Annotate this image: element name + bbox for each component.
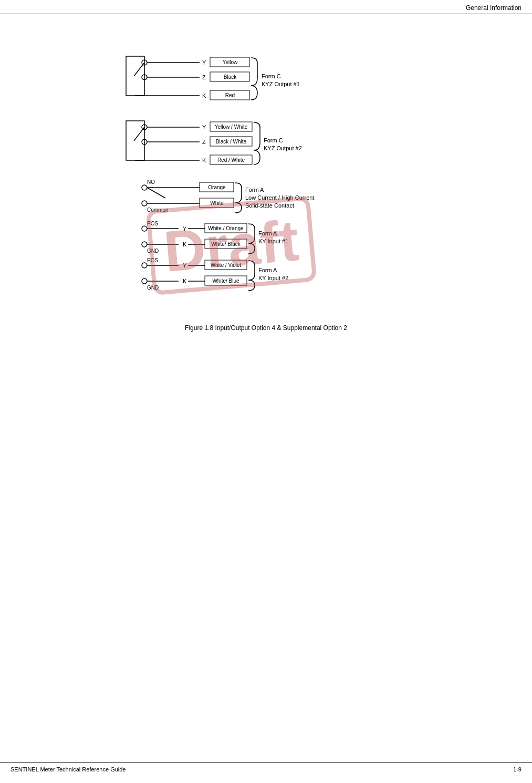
svg-text:GND: GND [147,248,159,254]
svg-text:Red / White: Red / White [217,157,245,163]
svg-text:Form A: Form A [245,187,264,193]
header-title: General Information [466,4,521,12]
svg-text:Black / White: Black / White [216,139,247,145]
svg-text:Orange: Orange [208,184,226,190]
svg-text:KYZ Output #1: KYZ Output #1 [262,81,300,87]
svg-text:Yellow: Yellow [223,59,238,65]
svg-text:POS: POS [147,221,158,226]
svg-point-56 [142,242,147,247]
svg-text:Solid-state Contact: Solid-state Contact [245,202,294,209]
svg-line-41 [147,188,165,198]
svg-text:Z: Z [202,74,206,80]
page-header: General Information [0,0,532,14]
svg-text:POS: POS [147,257,158,263]
svg-text:NO: NO [147,179,155,185]
circuit-diagram: Y Z K Yellow Black Red Form C KYZ Output… [95,35,436,329]
svg-text:KYZ Output #2: KYZ Output #2 [264,145,302,151]
svg-text:K: K [183,278,187,284]
svg-text:Form A: Form A [258,230,277,236]
svg-text:Yellow / White: Yellow / White [215,124,248,130]
svg-text:Low Current / High Current: Low Current / High Current [245,194,314,201]
svg-text:K: K [183,241,187,248]
svg-text:Y: Y [183,262,187,269]
svg-text:Form A: Form A [258,267,277,273]
svg-text:GND: GND [147,285,159,291]
svg-text:Form C: Form C [264,137,283,143]
svg-point-72 [142,279,147,284]
footer-left: SENTINEL Meter Technical Reference Guide [11,766,126,772]
svg-point-68 [142,263,147,268]
svg-text:Y: Y [202,59,206,66]
svg-text:Common: Common [147,207,169,213]
svg-point-52 [142,226,147,231]
diagram-area: Y Z K Yellow Black Red Form C KYZ Output… [0,14,532,766]
svg-text:K: K [202,92,206,99]
svg-line-4 [134,63,144,76]
svg-text:K: K [202,157,206,163]
svg-text:Y: Y [183,225,187,232]
svg-text:KY Input #1: KY Input #1 [258,238,288,244]
svg-text:Z: Z [202,139,206,145]
svg-line-22 [134,127,144,141]
svg-text:White / Violet: White / Violet [211,262,242,268]
footer-right: 1-9 [513,766,521,772]
svg-text:White/ Blue: White/ Blue [212,278,239,284]
svg-text:White / Orange: White / Orange [208,225,244,231]
svg-text:KY Input #2: KY Input #2 [258,275,288,281]
svg-text:Red: Red [225,92,235,98]
svg-text:Y: Y [202,124,206,130]
svg-point-36 [142,185,147,190]
svg-point-39 [142,201,147,206]
figure-caption: Figure 1.8 Input/Output Option 4 & Suppl… [0,324,532,332]
svg-text:Black: Black [224,74,237,80]
svg-text:White: White [210,200,224,206]
svg-text:White/ Black: White/ Black [211,241,241,247]
svg-text:Form C: Form C [262,73,281,79]
page-footer: SENTINEL Meter Technical Reference Guide… [0,763,532,772]
